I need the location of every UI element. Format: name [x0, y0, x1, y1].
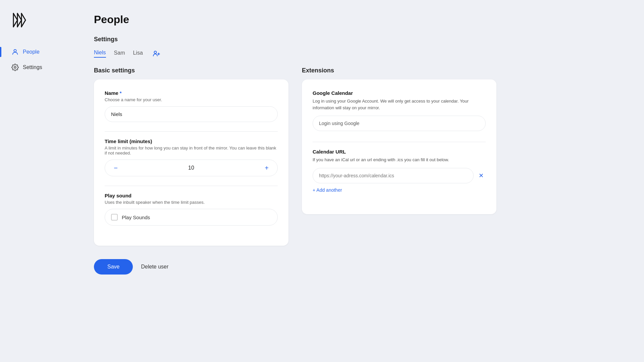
play-sound-field-group: Play sound Uses the inbuilt speaker when… [105, 193, 278, 226]
svg-point-2 [154, 51, 156, 54]
divider-2 [105, 186, 278, 186]
sidebar-item-settings-label: Settings [23, 64, 42, 70]
delete-user-button[interactable]: Delete user [141, 264, 168, 270]
add-another-button[interactable]: + Add another [313, 187, 486, 193]
play-sound-label: Play sound [105, 193, 278, 198]
page-title: People [94, 13, 624, 26]
name-field-group: Name * Choose a name for your user. [105, 90, 278, 122]
play-sounds-label: Play Sounds [122, 215, 150, 220]
calendar-url-extension: Calendar URL If you have an iCal url or … [313, 149, 486, 193]
calendar-url-title: Calendar URL [313, 149, 486, 155]
url-input-row: ✕ [313, 168, 486, 183]
content-grid: Basic settings Name * Choose a name for … [94, 67, 496, 246]
save-button[interactable]: Save [94, 259, 133, 275]
time-limit-desc: A limit in minutes for how long you can … [105, 145, 278, 156]
time-limit-field-group: Time limit (minutes) A limit in minutes … [105, 138, 278, 176]
time-limit-label: Time limit (minutes) [105, 138, 278, 144]
name-input[interactable] [105, 106, 278, 122]
user-tabs: Niels Sam Lisa [94, 48, 624, 59]
divider-3 [313, 142, 486, 142]
extensions-panel: Extensions Google Calendar Log in using … [302, 67, 496, 246]
google-calendar-extension: Google Calendar Log in using your Google… [313, 90, 486, 131]
decrement-button[interactable]: − [111, 163, 120, 173]
main-content: People Settings Niels Sam Lisa Basic set… [74, 0, 644, 362]
google-calendar-title: Google Calendar [313, 90, 486, 96]
url-clear-button[interactable]: ✕ [476, 171, 486, 180]
divider-1 [105, 131, 278, 132]
name-desc: Choose a name for your user. [105, 97, 278, 102]
basic-settings-card: Name * Choose a name for your user. Time… [94, 79, 288, 246]
basic-settings-label: Basic settings [94, 67, 288, 74]
calendar-url-input[interactable] [313, 168, 474, 183]
play-sounds-checkbox-row[interactable]: Play Sounds [105, 209, 278, 226]
svg-point-1 [14, 66, 16, 68]
gear-icon [11, 64, 19, 71]
extensions-card: Google Calendar Log in using your Google… [302, 79, 496, 214]
sidebar: People Settings [0, 0, 74, 362]
add-user-button[interactable] [151, 48, 162, 59]
sidebar-item-settings[interactable]: Settings [7, 60, 67, 74]
calendar-url-desc: If you have an iCal url or an url ending… [313, 157, 486, 163]
time-limit-stepper: − 10 + [105, 160, 278, 176]
person-icon [11, 48, 19, 56]
tab-lisa[interactable]: Lisa [133, 50, 143, 57]
google-calendar-desc: Log in using your Google Account. We wil… [313, 98, 486, 111]
tab-sam[interactable]: Sam [114, 50, 125, 57]
sidebar-item-people[interactable]: People [7, 45, 67, 59]
form-actions: Save Delete user [94, 259, 496, 275]
required-asterisk: * [120, 90, 122, 96]
basic-settings-panel: Basic settings Name * Choose a name for … [94, 67, 288, 246]
settings-section-title: Settings [94, 36, 624, 43]
time-limit-value: 10 [188, 165, 194, 171]
play-sounds-checkbox[interactable] [111, 214, 118, 221]
sidebar-item-people-label: People [23, 49, 40, 55]
app-logo [7, 10, 67, 32]
tab-niels[interactable]: Niels [94, 50, 106, 58]
name-label: Name * [105, 90, 278, 96]
increment-button[interactable]: + [262, 163, 271, 173]
play-sound-desc: Uses the inbuilt speaker when the time l… [105, 200, 278, 205]
svg-point-0 [14, 50, 16, 52]
extensions-label: Extensions [302, 67, 496, 74]
login-google-button[interactable]: Login using Google [313, 116, 486, 131]
